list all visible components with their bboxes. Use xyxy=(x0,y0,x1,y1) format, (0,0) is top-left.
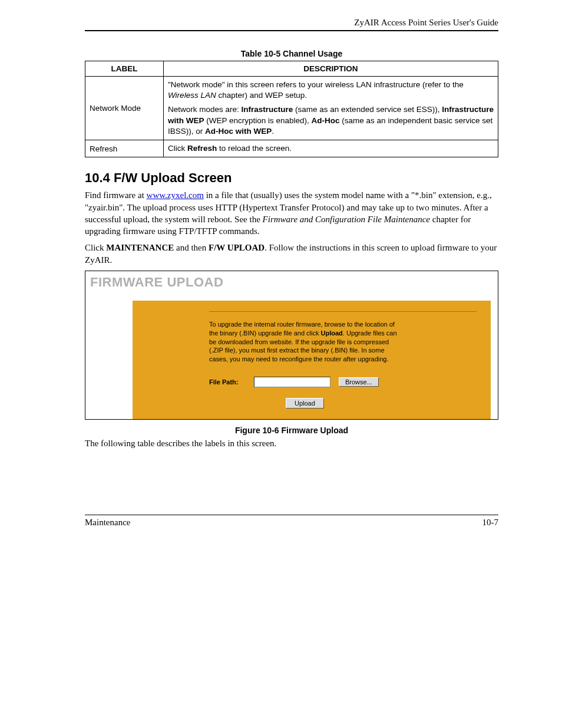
cell-description: "Network mode" in this screen refers to … xyxy=(164,77,498,140)
body-paragraph: The following table describes the labels… xyxy=(85,437,498,449)
firmware-upload-screenshot: FIRMWARE UPLOAD To upgrade the internal … xyxy=(85,271,498,420)
section-heading: 10.4 F/W Upload Screen xyxy=(85,170,498,186)
cell-label: Network Mode xyxy=(85,77,164,140)
file-path-label: File Path: xyxy=(209,378,246,386)
page: ZyAIR Access Point Series User's Guide T… xyxy=(0,0,562,728)
th-description: DESCRIPTION xyxy=(164,61,498,77)
desc-paragraph: Click Refresh to reload the screen. xyxy=(168,143,494,154)
firmware-upload-title: FIRMWARE UPLOAD xyxy=(85,274,498,301)
browse-button[interactable]: Browse... xyxy=(339,377,379,387)
panel-rule xyxy=(209,311,477,312)
zyxel-link[interactable]: www.zyxel.com xyxy=(147,190,204,200)
table-caption: Table 10-5 Channel Usage xyxy=(85,49,498,58)
body-paragraph: Click MAINTENANCE and then F/W UPLOAD. F… xyxy=(85,242,498,266)
footer-rule xyxy=(85,515,498,515)
upload-row: Upload xyxy=(209,398,477,409)
table-row: Network Mode "Network mode" in this scre… xyxy=(85,77,498,140)
header-rule xyxy=(85,30,498,31)
file-path-input[interactable] xyxy=(254,377,330,387)
footer-left: Maintenance xyxy=(85,518,130,528)
body-paragraph: Find firmware at www.zyxel.com in a file… xyxy=(85,189,498,237)
upload-instructions: To upgrade the internal router firmware,… xyxy=(209,320,404,364)
header-title: ZyAIR Access Point Series User's Guide xyxy=(85,18,498,28)
page-footer: Maintenance 10-7 xyxy=(85,515,498,528)
firmware-upload-panel: To upgrade the internal router firmware,… xyxy=(133,301,491,419)
desc-paragraph: "Network mode" in this screen refers to … xyxy=(168,80,494,101)
table-row: Refresh Click Refresh to reload the scre… xyxy=(85,140,498,157)
figure-caption: Figure 10-6 Firmware Upload xyxy=(85,426,498,435)
table-header-row: LABEL DESCRIPTION xyxy=(85,61,498,77)
footer-right: 10-7 xyxy=(482,518,499,528)
channel-usage-table: LABEL DESCRIPTION Network Mode "Network … xyxy=(85,61,498,157)
file-path-row: File Path: Browse... xyxy=(209,377,477,387)
upload-button[interactable]: Upload xyxy=(286,398,324,409)
th-label: LABEL xyxy=(85,61,164,77)
cell-description: Click Refresh to reload the screen. xyxy=(164,140,498,157)
cell-label: Refresh xyxy=(85,140,164,157)
desc-paragraph: Network modes are: Infrastructure (same … xyxy=(168,104,494,137)
